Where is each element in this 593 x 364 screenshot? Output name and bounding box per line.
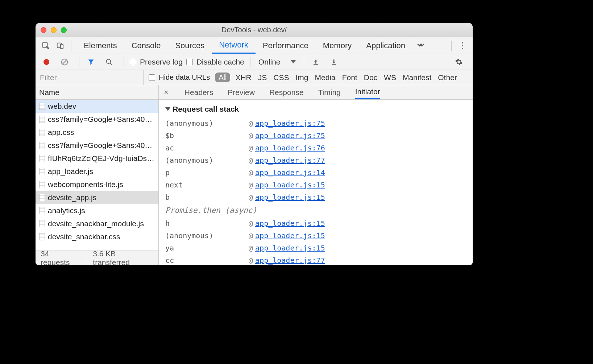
file-icon	[39, 168, 45, 175]
source-link[interactable]: app_loader.js:15	[255, 217, 325, 229]
file-icon	[39, 103, 45, 110]
detail-tab-preview[interactable]: Preview	[228, 85, 255, 99]
filter-type-css[interactable]: CSS	[273, 73, 289, 82]
tab-console[interactable]: Console	[124, 37, 168, 54]
request-row[interactable]: fIUhRq6tzZclQEJ-Vdg-IuiaDs…	[36, 152, 158, 165]
tab-elements[interactable]: Elements	[76, 37, 124, 54]
at-symbol: @	[249, 191, 253, 203]
filter-type-media[interactable]: Media	[315, 73, 335, 82]
hide-data-urls-checkbox[interactable]: Hide data URLs	[149, 73, 210, 82]
source-link[interactable]: app_loader.js:76	[255, 142, 325, 154]
source-link[interactable]: app_loader.js:15	[255, 179, 325, 191]
network-settings-icon[interactable]	[453, 56, 465, 68]
file-icon	[39, 116, 45, 123]
device-toolbar-icon[interactable]	[54, 40, 66, 51]
preserve-log-checkbox[interactable]: Preserve log	[130, 58, 183, 66]
disable-cache-label: Disable cache	[196, 58, 244, 66]
close-detail-icon[interactable]: ×	[164, 88, 169, 97]
tab-performance[interactable]: Performance	[256, 37, 316, 54]
clear-icon[interactable]	[59, 56, 70, 68]
main-content: Name web.devcss?family=Google+Sans:40…ap…	[36, 85, 473, 265]
upload-har-icon[interactable]	[310, 56, 322, 68]
request-name: analytics.js	[48, 206, 85, 215]
inspect-element-icon[interactable]	[40, 40, 51, 51]
throttling-value: Online	[258, 58, 281, 66]
filter-type-doc[interactable]: Doc	[364, 73, 377, 82]
source-link[interactable]: app_loader.js:77	[255, 154, 325, 166]
stack-frame: (anonymous)@ app_loader.js:77	[165, 154, 466, 166]
record-button[interactable]	[41, 56, 52, 68]
request-row[interactable]: css?family=Google+Sans:40…	[36, 113, 158, 126]
detail-pane: × HeadersPreviewResponseTimingInitiator …	[159, 85, 473, 265]
tab-memory[interactable]: Memory	[316, 37, 359, 54]
detail-tab-timing[interactable]: Timing	[318, 85, 341, 99]
stack-frame: (anonymous)@ app_loader.js:15	[165, 229, 466, 242]
filter-type-js[interactable]: JS	[258, 73, 267, 82]
request-row[interactable]: devsite_snackbar_module.js	[36, 217, 158, 230]
filter-type-ws[interactable]: WS	[384, 73, 396, 82]
stack-function: (anonymous)	[165, 154, 249, 166]
request-row[interactable]: web.dev	[36, 100, 158, 113]
filter-type-all[interactable]: All	[215, 73, 230, 82]
at-symbol: @	[249, 117, 253, 129]
source-link[interactable]: app_loader.js:15	[255, 191, 325, 203]
request-list: web.devcss?family=Google+Sans:40…app.css…	[36, 100, 158, 251]
request-row[interactable]: devsite_snackbar.css	[36, 230, 158, 243]
source-link[interactable]: app_loader.js:77	[255, 254, 325, 265]
throttling-select[interactable]: Online	[256, 58, 298, 66]
request-row[interactable]: app_loader.js	[36, 165, 158, 178]
at-symbol: @	[249, 166, 253, 179]
request-row[interactable]: webcomponents-lite.js	[36, 178, 158, 191]
separator	[304, 57, 304, 67]
detail-tab-initiator[interactable]: Initiator	[355, 85, 380, 99]
tab-application[interactable]: Application	[359, 37, 412, 54]
request-row[interactable]: devsite_app.js	[36, 191, 158, 204]
source-link[interactable]: app_loader.js:75	[255, 129, 325, 142]
disable-cache-checkbox[interactable]: Disable cache	[186, 58, 244, 66]
filter-type-other[interactable]: Other	[438, 73, 457, 82]
at-symbol: @	[249, 217, 253, 229]
settings-menu-icon[interactable]	[457, 42, 468, 49]
tab-sources[interactable]: Sources	[168, 37, 212, 54]
request-row[interactable]: css?family=Google+Sans:40…	[36, 139, 158, 152]
tab-network[interactable]: Network	[212, 37, 256, 54]
download-har-icon[interactable]	[328, 56, 340, 68]
svg-rect-8	[332, 64, 336, 65]
source-link[interactable]: app_loader.js:15	[255, 242, 325, 254]
stack-frame: ya@ app_loader.js:15	[165, 242, 466, 254]
at-symbol: @	[249, 154, 253, 166]
section-header[interactable]: Request call stack	[165, 105, 466, 113]
filter-type-xhr[interactable]: XHR	[235, 73, 251, 82]
separator	[124, 57, 124, 67]
titlebar: DevTools - web.dev/	[36, 23, 473, 37]
initiator-panel: Request call stack (anonymous)@ app_load…	[159, 100, 473, 265]
tabs-overflow-icon[interactable]	[417, 43, 425, 48]
request-name: web.dev	[48, 102, 76, 111]
request-row[interactable]: analytics.js	[36, 204, 158, 217]
stack-function: cc	[165, 254, 249, 265]
filter-type-font[interactable]: Font	[342, 73, 357, 82]
request-name: webcomponents-lite.js	[48, 180, 123, 189]
source-link[interactable]: app_loader.js:75	[255, 117, 325, 129]
file-icon	[39, 220, 45, 227]
stack-frame: p@ app_loader.js:14	[165, 166, 466, 179]
filter-input[interactable]	[36, 70, 144, 85]
detail-tab-headers[interactable]: Headers	[184, 85, 213, 99]
hide-data-urls-label: Hide data URLs	[159, 73, 210, 82]
svg-rect-2	[61, 44, 63, 49]
source-link[interactable]: app_loader.js:15	[255, 229, 325, 242]
dropdown-icon	[291, 60, 296, 63]
search-icon[interactable]	[103, 56, 115, 68]
source-link[interactable]: app_loader.js:14	[255, 166, 325, 179]
request-row[interactable]: app.css	[36, 126, 158, 139]
at-symbol: @	[249, 242, 253, 254]
detail-tab-response[interactable]: Response	[269, 85, 304, 99]
filter-type-manifest[interactable]: Manifest	[403, 73, 431, 82]
stack-function: ac	[165, 142, 249, 154]
filter-icon[interactable]	[85, 56, 97, 68]
filter-type-img[interactable]: Img	[295, 73, 308, 82]
stack-function: h	[165, 217, 249, 229]
request-name: fIUhRq6tzZclQEJ-Vdg-IuiaDs…	[48, 154, 154, 163]
column-header-name[interactable]: Name	[36, 85, 158, 100]
status-bar: 34 requests 3.6 KB transferred	[36, 251, 158, 265]
